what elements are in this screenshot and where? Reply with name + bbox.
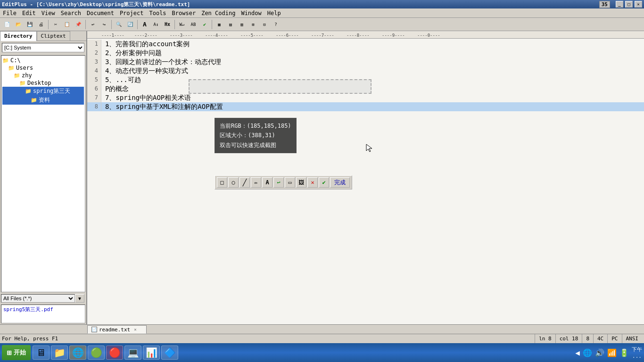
taskbar-item-2[interactable]: 📁 bbox=[51, 346, 68, 360]
menu-view[interactable]: View bbox=[39, 9, 58, 17]
taskbar-item-6[interactable]: 💻 bbox=[124, 346, 141, 360]
tb-extra3[interactable]: ▥ bbox=[237, 19, 247, 30]
tree-item-ziliao[interactable]: 📁 资料 bbox=[2, 96, 84, 105]
start-label: 开始 bbox=[14, 348, 26, 357]
screenshot-toolbar: □ ○ ╱ ✏ A ↩ ▭ 🖼 ✕ ✔ 完成 bbox=[215, 175, 352, 189]
sc-pen-button[interactable]: ✏ bbox=[251, 177, 261, 188]
undo-button[interactable]: ↩ bbox=[88, 19, 98, 30]
editor-area: ----1---- ----2---- ----3---- ----4---- … bbox=[87, 31, 644, 324]
sc-cancel-button[interactable]: ✕ bbox=[307, 177, 318, 188]
tooltip-rgb: 当前RGB：(185,185,185) bbox=[220, 121, 291, 131]
taskbar-item-8[interactable]: 🔷 bbox=[161, 346, 178, 360]
sep6 bbox=[212, 20, 212, 29]
tree-item-c[interactable]: 📁 C:\ bbox=[2, 57, 84, 64]
font-button[interactable]: A bbox=[140, 19, 150, 30]
taskbar-item-5[interactable]: 🔴 bbox=[106, 346, 123, 360]
menu-edit[interactable]: Edit bbox=[19, 9, 39, 17]
tb-extra2[interactable]: ▤ bbox=[225, 19, 236, 30]
status-hex: 4C bbox=[593, 334, 607, 343]
table-row: 2 2、分析案例中问题 bbox=[87, 49, 644, 58]
menu-help[interactable]: Help bbox=[264, 9, 284, 17]
tray-signal-icon[interactable]: 📶 bbox=[607, 348, 617, 357]
menu-zen[interactable]: Zen Coding bbox=[198, 9, 238, 17]
tree-item-zhy[interactable]: 📁 zhy bbox=[2, 72, 84, 79]
folder-c-icon: 📁 bbox=[2, 58, 9, 64]
tray-arrow-icon[interactable]: ◀ bbox=[575, 348, 580, 357]
tooltip-hint: 双击可以快速完成截图 bbox=[220, 140, 291, 150]
taskbar: ⊞ 开始 🖥 📁 🌐 🟢 🔴 💻 📊 🔷 ◀ 🌐 🔊 📶 🔋 下午 ... bbox=[0, 343, 644, 362]
sep4 bbox=[137, 20, 138, 29]
start-button[interactable]: ⊞ 开始 bbox=[2, 345, 31, 360]
table-row: 6 P的概念 bbox=[87, 84, 644, 93]
sc-box-button[interactable]: ▭ bbox=[285, 177, 295, 188]
taskbar-item-4[interactable]: 🟢 bbox=[88, 346, 105, 360]
tray-network-icon[interactable]: 🌐 bbox=[583, 348, 592, 357]
status-help: For Help, press F1 bbox=[2, 336, 535, 342]
code-editor[interactable]: 1 1、完善我们的account案例 2 2、分析案例中问题 3 3、回顾之前讲… bbox=[87, 39, 644, 324]
tray-sound-icon[interactable]: 🔊 bbox=[595, 348, 604, 357]
table-row: 8 8、spring中基于XML和注解的AOP配置 bbox=[87, 102, 644, 111]
menu-project[interactable]: Project bbox=[117, 9, 147, 17]
tree-item-desktop[interactable]: 📁 Desktop bbox=[2, 79, 84, 87]
new-button[interactable]: 📄 bbox=[2, 19, 12, 30]
file-item[interactable]: spring5第三天.pdf bbox=[3, 306, 83, 313]
tab-directory[interactable]: Directory bbox=[0, 31, 37, 41]
sc-line-button[interactable]: ╱ bbox=[239, 177, 250, 188]
heading-button[interactable]: Hx bbox=[162, 19, 173, 30]
menu-file[interactable]: File bbox=[0, 9, 19, 17]
tree-item-users[interactable]: 📁 Users bbox=[2, 64, 84, 72]
abbr-button[interactable]: AB bbox=[188, 19, 198, 30]
sc-circle-button[interactable]: ○ bbox=[228, 177, 239, 188]
tree-item-spring[interactable]: 📁 spring第三天 bbox=[2, 87, 84, 96]
svg-marker-11 bbox=[366, 144, 372, 152]
tray-power-icon[interactable]: 🔋 bbox=[619, 348, 629, 357]
taskbar-item-1[interactable]: 🖥 bbox=[33, 346, 50, 360]
menu-browser[interactable]: Browser bbox=[169, 9, 199, 17]
copy-button[interactable]: 📋 bbox=[62, 19, 72, 30]
svg-text:----4----: ----4---- bbox=[205, 33, 228, 38]
menu-window[interactable]: Window bbox=[238, 9, 264, 17]
svg-text:----1----: ----1---- bbox=[101, 33, 124, 38]
tb-extra1[interactable]: ▦ bbox=[214, 19, 224, 30]
taskbar-item-3[interactable]: 🌐 bbox=[69, 346, 86, 360]
editor-tab-readme[interactable]: 📄 readme.txt ✕ bbox=[87, 325, 147, 334]
sc-image-button[interactable]: 🖼 bbox=[296, 177, 306, 188]
open-button[interactable]: 📂 bbox=[13, 19, 24, 30]
fontsize-button[interactable]: A↕ bbox=[151, 19, 161, 30]
save-button[interactable]: 💾 bbox=[25, 19, 35, 30]
table-row: 4 4、动态代理另一种实现方式 bbox=[87, 66, 644, 75]
menu-document[interactable]: Document bbox=[84, 9, 117, 17]
minimize-button[interactable]: _ bbox=[616, 1, 623, 8]
sc-confirm-button[interactable]: ✔ bbox=[319, 177, 329, 188]
table-row: 7 7、spring中的AOP相关术语 bbox=[87, 93, 644, 102]
drive-selector[interactable]: [C:] System bbox=[2, 43, 84, 52]
find-button[interactable]: 🔍 bbox=[114, 19, 124, 30]
close-button[interactable]: ✕ bbox=[635, 1, 642, 8]
sc-text-button[interactable]: A bbox=[262, 177, 272, 188]
print-button[interactable]: 🖨 bbox=[36, 19, 46, 30]
toolbar: 📄 📂 💾 🖨 ✂ 📋 📌 ↩ ↪ 🔍 🔄 A A↕ Hx W↵ AB ✔ ▦ … bbox=[0, 18, 644, 31]
taskbar-item-7[interactable]: 📊 bbox=[143, 346, 160, 360]
replace-button[interactable]: 🔄 bbox=[125, 19, 135, 30]
paste-button[interactable]: 📌 bbox=[73, 19, 83, 30]
redo-button[interactable]: ↪ bbox=[99, 19, 109, 30]
filter-select[interactable]: All Files (*.*) bbox=[1, 294, 75, 303]
menu-tools[interactable]: Tools bbox=[146, 9, 169, 17]
tab-close-icon[interactable]: ✕ bbox=[134, 327, 136, 332]
cut-button[interactable]: ✂ bbox=[50, 19, 61, 30]
maximize-button[interactable]: □ bbox=[625, 1, 633, 8]
tb-extra6[interactable]: ? bbox=[271, 19, 281, 30]
tb-extra4[interactable]: ⊞ bbox=[248, 19, 258, 30]
file-list[interactable]: spring5第三天.pdf bbox=[1, 304, 85, 323]
tooltip-size: 区域大小：(388,31) bbox=[220, 131, 291, 140]
status-encoding: ANSI bbox=[622, 334, 643, 343]
tab-cliptext[interactable]: Cliptext bbox=[37, 31, 70, 41]
spell-button[interactable]: ✔ bbox=[199, 19, 210, 30]
sc-rect-button[interactable]: □ bbox=[217, 177, 227, 188]
wrap-button[interactable]: W↵ bbox=[177, 19, 187, 30]
menu-search[interactable]: Search bbox=[58, 9, 84, 17]
filter-button[interactable]: ▼ bbox=[75, 294, 84, 303]
tb-extra5[interactable]: ⊟ bbox=[259, 19, 270, 30]
sc-arrow-button[interactable]: ↩ bbox=[273, 177, 284, 188]
sc-done-button[interactable]: 完成 bbox=[330, 177, 350, 188]
